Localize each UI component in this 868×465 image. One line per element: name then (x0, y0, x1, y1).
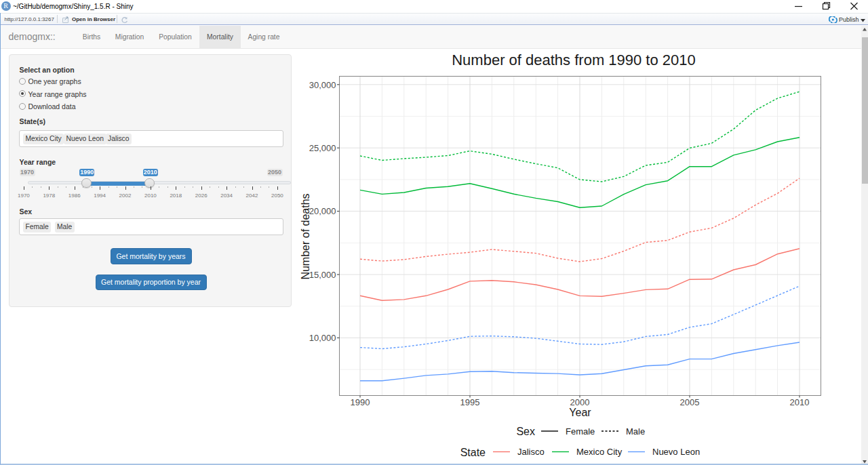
svg-text:Jalisco: Jalisco (517, 447, 545, 457)
svg-text:15,000: 15,000 (309, 270, 336, 280)
svg-text:2010: 2010 (790, 397, 810, 407)
svg-text:30,000: 30,000 (309, 80, 336, 90)
svg-text:1990: 1990 (351, 397, 370, 407)
svg-text:Female: Female (566, 426, 595, 437)
svg-text:25,000: 25,000 (309, 143, 336, 153)
svg-text:State: State (460, 447, 486, 458)
svg-text:Nuevo Leon: Nuevo Leon (652, 447, 700, 457)
svg-text:Mexico City: Mexico City (576, 447, 623, 457)
svg-text:2000: 2000 (570, 397, 590, 407)
svg-text:2005: 2005 (680, 397, 700, 407)
svg-text:20,000: 20,000 (309, 206, 336, 216)
svg-text:10,000: 10,000 (309, 333, 336, 343)
svg-text:Number of deaths: Number of deaths (300, 193, 311, 279)
svg-text:Year: Year (569, 407, 591, 418)
svg-text:Sex: Sex (516, 426, 535, 437)
svg-text:Number of deaths from 1990 to: Number of deaths from 1990 to 2010 (452, 52, 696, 68)
svg-text:Male: Male (626, 426, 645, 437)
svg-text:1995: 1995 (460, 397, 480, 407)
